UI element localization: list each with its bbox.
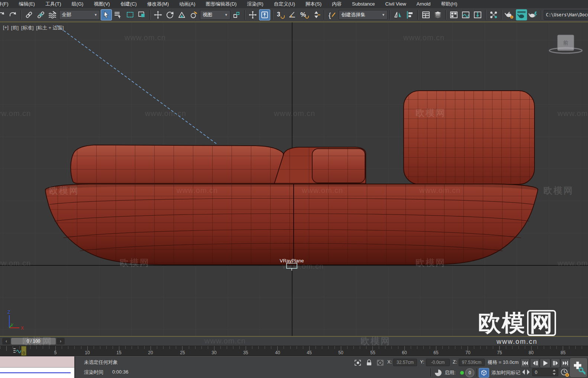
timeline-tick-label: 50 — [338, 350, 343, 355]
redo-icon[interactable] — [7, 9, 19, 20]
render-time-label: 渲染时间 — [84, 369, 103, 376]
time-configuration-icon[interactable] — [560, 368, 569, 378]
go-to-end-button[interactable] — [560, 358, 570, 368]
play-button[interactable] — [540, 358, 550, 368]
current-frame-marker[interactable]: 0 — [21, 346, 26, 356]
layer-explorer-icon[interactable] — [432, 9, 443, 20]
menu-animation[interactable]: 动画(A) — [174, 0, 200, 8]
scene-explorer-icon[interactable] — [448, 9, 459, 20]
spinner-snap-toggle-icon[interactable] — [311, 9, 322, 20]
menu-bar: 文件(F) 编辑(E) 工具(T) 组(G) 视图(V) 创建(C) 修改器(M… — [0, 0, 588, 8]
undo-icon[interactable] — [0, 9, 7, 20]
menu-help[interactable]: 帮助(H) — [436, 0, 462, 8]
menu-file[interactable]: 文件(F) — [0, 0, 14, 8]
viewport-shading-menu[interactable]: [粘土 + 边面] — [36, 25, 64, 31]
reference-coordinate-dropdown[interactable]: 视图 ▼ — [200, 10, 230, 20]
y-coordinate-label: Y: — [420, 359, 424, 365]
menu-civil-view[interactable]: Civil View — [380, 0, 411, 8]
select-and-link-icon[interactable] — [23, 9, 35, 20]
menu-content[interactable]: 内容 — [327, 0, 347, 8]
maxscript-mini-listener[interactable] — [0, 356, 75, 378]
render-production-icon[interactable] — [528, 9, 539, 20]
snap-toggle-3d-icon[interactable]: 3 — [275, 9, 286, 20]
next-frame-arrow-icon[interactable]: › — [56, 338, 65, 345]
watermark-brand: 欧模网 — [120, 257, 150, 269]
watermark-brand: 欧模网 — [361, 335, 391, 347]
menu-scripting[interactable]: 脚本(S) — [300, 0, 327, 8]
percent-snap-toggle-icon[interactable]: % — [299, 9, 310, 20]
menu-rendering[interactable]: 渲染(R) — [242, 0, 269, 8]
edit-named-selection-sets-icon[interactable]: { — [327, 9, 338, 20]
unlink-selection-icon[interactable] — [35, 9, 46, 20]
render-setup-icon[interactable] — [504, 9, 515, 20]
current-frame-field[interactable]: 0 — [532, 368, 558, 376]
pie-indicator-icon[interactable] — [434, 369, 442, 378]
use-pivot-point-center-icon[interactable] — [231, 9, 242, 20]
next-frame-button[interactable] — [551, 358, 560, 368]
x-coordinate-field[interactable]: 32.57cm — [393, 359, 417, 366]
timeline-tick-label: 35 — [243, 350, 248, 355]
layer-manager-icon[interactable] — [420, 9, 432, 20]
viewport-pov-menu[interactable]: [前] — [11, 25, 19, 31]
open-mini-curve-editor-icon[interactable] — [12, 347, 22, 355]
key-mode-toggle-icon[interactable] — [522, 369, 530, 376]
create-key-button[interactable] — [569, 358, 588, 378]
divider — [272, 10, 273, 20]
listener-macro-row[interactable] — [0, 356, 74, 368]
y-coordinate-field[interactable]: -0.0cm — [426, 359, 450, 366]
selection-filter-dropdown[interactable]: 全部 ▼ — [59, 10, 100, 20]
track-bar[interactable]: 0 0 5 10 15 20 25 30 35 40 45 50 55 60 6… — [0, 346, 588, 356]
previous-frame-arrow-icon[interactable]: ‹ — [2, 338, 10, 345]
rendered-frame-window-icon[interactable] — [516, 9, 527, 20]
menu-customize[interactable]: 自定义(U) — [269, 0, 300, 8]
listener-divider — [0, 372, 71, 373]
z-coordinate-field[interactable]: 97.539cm — [459, 359, 485, 366]
go-to-start-button[interactable] — [520, 358, 530, 368]
window-crossing-icon[interactable] — [136, 9, 148, 20]
select-and-move-icon[interactable] — [152, 9, 164, 20]
menu-edit[interactable]: 编辑(E) — [14, 0, 40, 8]
slate-material-editor-icon[interactable] — [488, 9, 499, 20]
watermark-url: www.om.cn — [558, 259, 588, 268]
select-and-scale-icon[interactable] — [176, 9, 187, 20]
viewport-general-menu[interactable]: [+] — [3, 25, 9, 31]
viewport-standard-menu[interactable]: [标准] — [21, 25, 33, 31]
menu-graph-editors[interactable]: 图形编辑器(D) — [201, 0, 242, 8]
menu-views[interactable]: 视图(V) — [88, 0, 115, 8]
keyboard-shortcut-override-icon[interactable] — [259, 9, 270, 20]
align-icon[interactable] — [404, 9, 416, 20]
angle-snap-toggle-icon[interactable] — [287, 9, 298, 20]
timeline-tick-label: 15 — [116, 350, 121, 355]
project-folder-field[interactable]: C:\Users\Han\Documents\3ds Max 2022 — [544, 10, 588, 20]
curve-editor-icon[interactable] — [460, 9, 471, 20]
selection-lock-icon[interactable] — [365, 359, 373, 368]
absolute-mode-icon[interactable] — [376, 359, 384, 368]
frame-spinner[interactable] — [553, 369, 557, 375]
menu-substance[interactable]: Substance — [347, 0, 380, 8]
bind-to-space-warp-icon[interactable] — [47, 9, 58, 20]
menu-arnold[interactable]: Arnold — [411, 0, 436, 8]
schematic-view-icon[interactable] — [472, 9, 483, 20]
add-time-tag-label[interactable]: 添加时间标记 — [491, 369, 520, 376]
select-by-name-icon[interactable] — [113, 9, 124, 20]
select-and-rotate-icon[interactable] — [164, 9, 175, 20]
named-selection-set-dropdown[interactable]: 创建选择集 ▼ — [339, 10, 388, 20]
select-object-icon[interactable] — [101, 9, 112, 20]
watermark-brand: 欧模网 — [416, 257, 446, 269]
time-tag-cube-icon[interactable] — [479, 368, 489, 378]
viewport-front[interactable]: 前 Z X Y [+] [前] [标准] [粘土 + 边面] VRayPlane… — [0, 22, 588, 337]
x-coordinate-label: X: — [387, 359, 392, 365]
mirror-icon[interactable] — [392, 9, 404, 20]
listener-script-row[interactable] — [0, 368, 74, 378]
select-and-manipulate-icon[interactable] — [247, 9, 258, 20]
menu-create[interactable]: 创建(C) — [115, 0, 142, 8]
previous-frame-button[interactable] — [530, 358, 539, 368]
rectangular-selection-region-icon[interactable] — [125, 9, 136, 20]
isolate-selection-icon[interactable] — [354, 359, 362, 368]
menu-tools[interactable]: 工具(T) — [40, 0, 67, 8]
menu-modifiers[interactable]: 修改器(M) — [142, 0, 174, 8]
chevron-down-icon: ▼ — [382, 13, 385, 17]
zero-badge-button[interactable]: 0 — [465, 368, 474, 377]
menu-group[interactable]: 组(G) — [67, 0, 89, 8]
select-and-place-icon[interactable] — [188, 9, 199, 20]
